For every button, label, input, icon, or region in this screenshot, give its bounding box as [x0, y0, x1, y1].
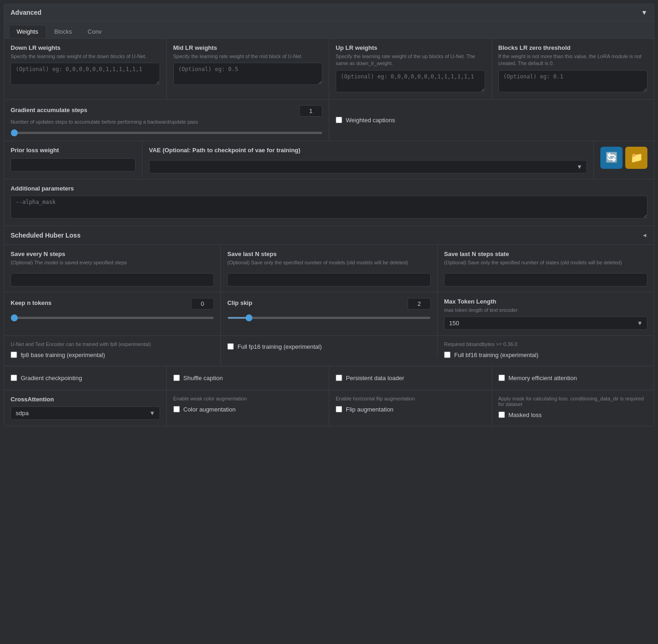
flip-aug-checkbox[interactable]: [336, 406, 342, 412]
gradient-field: Gradient accumulate steps 1 Number of up…: [4, 100, 329, 141]
scheduled-huber-arrow: ◄: [642, 232, 647, 239]
persistent-data-loader-field: Persistent data loader: [329, 366, 492, 390]
fp8-desc: U-Net and Text Encoder can be trained wi…: [11, 341, 214, 347]
vae-sync-button[interactable]: 🔄: [600, 147, 622, 169]
vae-label: VAE (Optional: Path to checkpoint of vae…: [149, 147, 300, 154]
fp-training-row: U-Net and Text Encoder can be trained wi…: [4, 336, 654, 366]
additional-params-section: Additional parameters --alpha_mask: [4, 179, 654, 226]
clip-skip-value: 2: [408, 298, 431, 310]
gradient-value: 1: [299, 105, 322, 117]
additional-params-input[interactable]: --alpha_mask: [11, 196, 647, 219]
cross-attention-label: CrossAttention: [11, 396, 160, 403]
prior-loss-field: Prior loss weight 1: [4, 141, 142, 177]
masked-loss-field: Apply mask for calculating loss. conditi…: [492, 390, 654, 426]
tab-blocks[interactable]: Blocks: [47, 25, 79, 38]
scheduled-huber-title: Scheduled Huber Loss: [11, 232, 81, 239]
mid-lr-input[interactable]: [173, 63, 323, 85]
gradient-row: Gradient accumulate steps 1 Number of up…: [4, 100, 654, 141]
memory-efficient-attention-checkbox[interactable]: [498, 375, 505, 381]
masked-loss-checkbox-row: Masked loss: [498, 410, 648, 420]
save-every-n-label: Save every N steps: [11, 250, 214, 257]
down-lr-input[interactable]: [11, 63, 160, 85]
save-last-n-state-input[interactable]: 0: [444, 273, 647, 286]
vae-folder-button[interactable]: 📁: [625, 147, 647, 169]
bottom-options-row: CrossAttention sdpa xformers sageattn ▼ …: [4, 390, 654, 426]
full-bf16-checkbox[interactable]: [444, 352, 451, 358]
cross-attention-field: CrossAttention sdpa xformers sageattn ▼: [4, 390, 167, 426]
scheduled-huber-header[interactable]: Scheduled Huber Loss ◄: [4, 226, 654, 245]
keep-n-tokens-slider[interactable]: [11, 317, 214, 319]
save-every-n-field: Save every N steps (Optional) The model …: [4, 245, 221, 292]
blocks-lr-input[interactable]: [498, 70, 648, 92]
mid-lr-desc: Specify the learning rate weight of the …: [173, 53, 323, 60]
persistent-data-loader-row: Persistent data loader: [336, 373, 404, 383]
vae-select[interactable]: [149, 160, 587, 173]
gradient-desc: Number of updates steps to accumulate be…: [11, 119, 322, 125]
prior-loss-label: Prior loss weight: [11, 147, 136, 154]
fp8-checkbox[interactable]: [11, 352, 17, 358]
vae-field: VAE (Optional: Path to checkpoint of vae…: [142, 141, 594, 179]
weighted-captions-checkbox-row: Weighted captions: [336, 115, 395, 125]
color-aug-field: Enable weak color augmentation Color aug…: [167, 390, 330, 426]
save-last-n-state-label: Save last N steps state: [444, 250, 647, 257]
masked-loss-desc: Apply mask for calculating loss. conditi…: [498, 396, 648, 407]
full-bf16-field: Required bitsandbytes >= 0.36.0 Full bf1…: [438, 336, 654, 366]
memory-efficient-attention-field: Memory efficient attention: [492, 366, 654, 390]
max-token-field: Max Token Length max token length of tex…: [438, 292, 654, 335]
clip-skip-slider[interactable]: [227, 317, 431, 319]
masked-loss-checkbox[interactable]: [498, 411, 505, 418]
tab-conv[interactable]: Conv: [80, 25, 109, 38]
color-aug-checkbox[interactable]: [173, 406, 180, 412]
full-fp16-checkbox[interactable]: [227, 343, 234, 350]
advanced-panel: Advanced ▼ Weights Blocks Conv Down LR w…: [4, 4, 654, 426]
gradient-slider[interactable]: [11, 132, 322, 134]
gradient-checkpointing-checkbox[interactable]: [11, 375, 17, 381]
fp8-checkbox-row: fp8 base training (experimental): [11, 350, 214, 360]
flip-aug-checkbox-row: Flip augmentation: [336, 404, 485, 415]
cross-attention-select[interactable]: sdpa xformers sageattn: [11, 406, 160, 420]
up-lr-input[interactable]: [336, 70, 485, 92]
full-bf16-req: Required bitsandbytes >= 0.36.0: [444, 341, 647, 347]
max-token-select[interactable]: 75 150 225: [444, 316, 647, 330]
fp8-field: U-Net and Text Encoder can be trained wi…: [4, 336, 221, 366]
shuffle-caption-field: Shuffle caption: [167, 366, 330, 390]
persistent-data-loader-checkbox[interactable]: [336, 375, 342, 381]
shuffle-caption-label: Shuffle caption: [184, 375, 223, 382]
save-last-n-input[interactable]: 0: [227, 273, 431, 286]
tab-bar: Weights Blocks Conv: [4, 21, 654, 39]
full-fp16-field: Full fp16 training (experimental): [221, 336, 438, 358]
flip-aug-desc: Enable horizontal flip augmentation: [336, 396, 485, 401]
shuffle-caption-checkbox[interactable]: [173, 375, 180, 381]
weighted-captions-checkbox[interactable]: [336, 117, 342, 123]
collapse-icon[interactable]: ▼: [641, 9, 647, 16]
mid-lr-label: Mid LR weights: [173, 44, 323, 51]
shuffle-caption-row: Shuffle caption: [173, 373, 223, 383]
gradient-checkpointing-row: Gradient checkpointing: [11, 373, 82, 383]
clip-skip-field: Clip skip 2: [221, 292, 438, 335]
full-fp16-label: Full fp16 training (experimental): [237, 343, 322, 350]
save-last-n-state-desc: (Optional) Save only the specified numbe…: [444, 259, 647, 266]
gradient-checkpointing-field: Gradient checkpointing: [4, 366, 167, 390]
keep-n-tokens-label: Keep n tokens: [11, 299, 52, 306]
color-aug-checkbox-row: Color augmentation: [173, 404, 323, 415]
weighted-captions-field: Weighted captions: [329, 100, 654, 141]
memory-efficient-attention-row: Memory efficient attention: [498, 373, 577, 383]
color-aug-desc: Enable weak color augmentation: [173, 396, 323, 401]
lr-weights-section: Down LR weights Specify the learning rat…: [4, 39, 654, 100]
clip-skip-label: Clip skip: [227, 299, 252, 306]
flip-aug-field: Enable horizontal flip augmentation Flip…: [329, 390, 492, 426]
folder-icon: 📁: [630, 152, 643, 164]
tab-weights[interactable]: Weights: [9, 25, 46, 38]
flip-aug-label: Flip augmentation: [346, 406, 393, 413]
gradient-checkpointing-label: Gradient checkpointing: [21, 375, 82, 382]
save-steps-row: Save every N steps (Optional) The model …: [4, 245, 654, 292]
tokens-clip-row: Keep n tokens 0 Clip skip 2 Max Token Le…: [4, 292, 654, 336]
save-every-n-input[interactable]: 0: [11, 273, 214, 286]
full-bf16-label: Full bf16 training (experimental): [454, 352, 539, 358]
save-every-n-desc: (Optional) The model is saved every spec…: [11, 259, 214, 266]
mid-lr-field: Mid LR weights Specify the learning rate…: [167, 39, 330, 99]
sync-icon: 🔄: [605, 152, 618, 164]
gradient-label: Gradient accumulate steps: [11, 107, 87, 113]
prior-loss-input[interactable]: 1: [11, 158, 136, 172]
up-lr-field: Up LR weights Specify the learning rate …: [329, 39, 492, 99]
